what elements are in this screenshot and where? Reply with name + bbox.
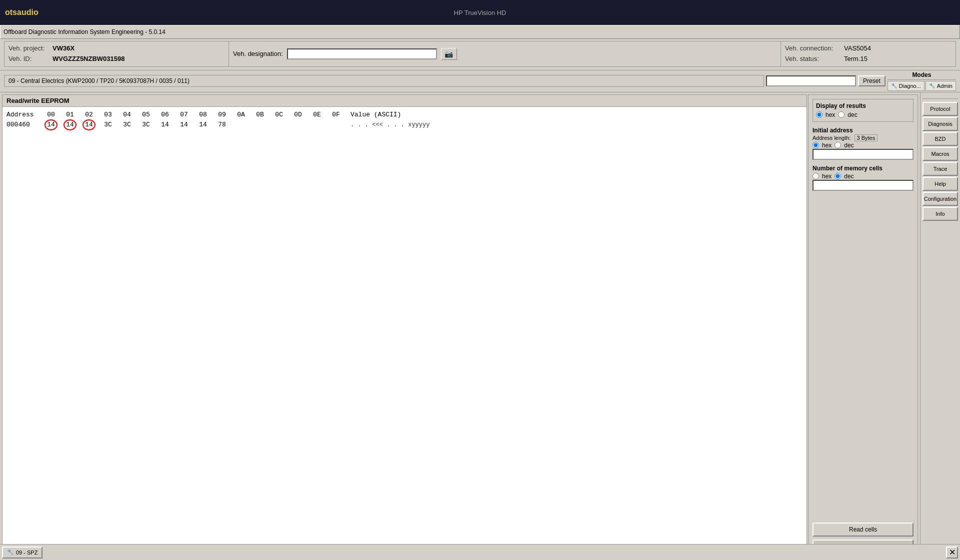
address-hex-radio[interactable]: [812, 142, 819, 148]
col-0E: 0E: [308, 111, 326, 118]
app-container: Offboard Diagnostic Information System E…: [0, 25, 960, 560]
sidebar-info-btn[interactable]: Info: [922, 207, 958, 221]
eeprom-table: Address 00 01 02 03 04 05 06 07 08 09 0A…: [2, 107, 806, 134]
col-0B: 0B: [250, 111, 270, 118]
vehicle-left-info: Veh. project: VW36X Veh. ID: WVGZZZ5NZBW…: [4, 41, 229, 67]
close-btn[interactable]: ✕: [946, 547, 958, 559]
read-cells-button[interactable]: Read cells: [812, 523, 914, 537]
col-05: 05: [136, 111, 156, 118]
memory-cells-group: Number of memory cells hex dec 10: [812, 163, 914, 191]
admin-button[interactable]: 🔧 Admin: [926, 81, 956, 91]
col-06: 06: [156, 111, 174, 118]
cells-hex-label: hex: [822, 173, 832, 180]
memory-cells-input[interactable]: 10: [812, 180, 914, 191]
status-value: Term.15: [844, 54, 868, 64]
diagnose-label: Diagno...: [899, 83, 921, 89]
display-hex-row: hex dec: [816, 111, 910, 118]
col-0D: 0D: [288, 111, 308, 118]
address-hex-label: hex: [822, 142, 832, 149]
sidebar-help-btn[interactable]: Help: [922, 177, 958, 191]
col-04: 04: [118, 111, 136, 118]
ascii-value: . . . <<< . . . xyyyyy: [350, 121, 430, 128]
address-length-value: 3 Bytes: [854, 134, 878, 141]
eeprom-header-row: Address 00 01 02 03 04 05 06 07 08 09 0A…: [6, 111, 802, 118]
diagnose-button[interactable]: 🔧 Diagno...: [888, 81, 924, 91]
status-label: Veh. status:: [785, 54, 840, 64]
panel-title: Read/write EEPROM: [2, 95, 806, 107]
display-dec-label: dec: [848, 111, 857, 118]
initial-address-group: Initial address Address length: 3 Bytes …: [812, 125, 914, 160]
col-address: Address: [6, 111, 42, 118]
address-length-label: Address length: 3 Bytes: [812, 135, 914, 141]
modes-title: Modes: [888, 71, 956, 80]
modes-sidebar: Protocol Diagnosis BZD Macros Trace Help…: [920, 92, 960, 560]
modes-area: Modes 🔧 Diagno... 🔧 Admin: [888, 71, 956, 91]
taskbar-spz-item[interactable]: 🔧 09 - SPZ: [2, 547, 42, 559]
row-address: 000460: [6, 121, 42, 128]
display-hex-label: hex: [826, 111, 835, 118]
col-ascii: Value (ASCII): [350, 111, 401, 118]
byte-08[interactable]: 14: [194, 121, 212, 128]
preset-button[interactable]: Preset: [858, 75, 886, 86]
display-hex-radio[interactable]: [816, 111, 822, 118]
sidebar-protocol-btn[interactable]: Protocol: [922, 102, 958, 116]
byte-04[interactable]: 3C: [118, 121, 136, 128]
memory-cells-title: Number of memory cells: [812, 165, 914, 172]
monitor-label: HP TrueVision HD: [454, 9, 506, 16]
display-dec-radio[interactable]: [838, 111, 844, 118]
byte-03[interactable]: 3C: [98, 121, 118, 128]
designation-icon-btn[interactable]: 📷: [441, 48, 457, 60]
content-area: Read/write EEPROM Address 00 01 02 03 04…: [0, 92, 960, 560]
bottom-taskbar: 🔧 09 - SPZ ✕: [0, 544, 960, 560]
right-panel: Display of results hex dec Initial addre…: [808, 94, 918, 558]
sidebar-macros-btn[interactable]: Macros: [922, 147, 958, 161]
col-03: 03: [98, 111, 118, 118]
module-info: 09 - Central Electrics (KWP2000 / TP20 /…: [4, 75, 764, 87]
project-value: VW36X: [52, 43, 74, 54]
preset-input[interactable]: [766, 75, 856, 86]
top-bar: otsaudio HP TrueVision HD: [0, 0, 960, 25]
preset-area: Preset: [766, 75, 886, 86]
window-titlebar: Offboard Diagnostic Information System E…: [0, 25, 960, 39]
designation-input[interactable]: [287, 48, 437, 59]
sidebar-configuration-btn[interactable]: Configuration: [922, 192, 958, 206]
col-0F: 0F: [326, 111, 346, 118]
cells-format-row: hex dec: [812, 173, 914, 180]
id-label: Veh. ID:: [8, 54, 48, 64]
byte-02[interactable]: 14: [80, 119, 98, 130]
module-text: 09 - Central Electrics (KWP2000 / TP20 /…: [8, 77, 190, 84]
col-07: 07: [174, 111, 194, 118]
initial-address-title: Initial address: [812, 127, 914, 134]
vehicle-info-row: Veh. project: VW36X Veh. ID: WVGZZZ5NZBW…: [4, 41, 956, 67]
designation-label: Veh. designation:: [233, 50, 283, 57]
byte-01[interactable]: 14: [60, 119, 80, 130]
vehicle-connection: Veh. connection: VAS5054 Veh. status: Te…: [781, 41, 956, 67]
byte-05[interactable]: 3C: [136, 121, 156, 128]
display-results-section: Display of results hex dec: [812, 99, 914, 122]
address-dec-radio[interactable]: [834, 142, 841, 148]
sidebar-diagnosis-btn[interactable]: Diagnosis: [922, 117, 958, 131]
byte-06[interactable]: 14: [156, 121, 174, 128]
vehicle-designation: Veh. designation: 📷: [229, 41, 781, 67]
sidebar-trace-btn[interactable]: Trace: [922, 162, 958, 176]
byte-09[interactable]: 78: [212, 121, 232, 128]
col-02: 02: [80, 111, 98, 118]
byte-07[interactable]: 14: [174, 121, 194, 128]
taskbar-right: ✕: [946, 547, 958, 559]
byte-00[interactable]: 14: [42, 119, 60, 130]
col-09: 09: [212, 111, 232, 118]
cells-dec-radio[interactable]: [834, 173, 841, 179]
connection-value: VAS5054: [844, 43, 871, 54]
eeprom-row-000460: 000460 14 14 14 3C 3C 3C 14 14 14 78: [6, 119, 802, 130]
connection-label: Veh. connection:: [785, 43, 840, 54]
admin-label: Admin: [937, 83, 952, 89]
sidebar-bzd-btn[interactable]: BZD: [922, 132, 958, 146]
main-panel: Read/write EEPROM Address 00 01 02 03 04…: [2, 94, 807, 558]
modes-buttons: 🔧 Diagno... 🔧 Admin: [888, 81, 956, 91]
sidebar-modes-title: [922, 94, 958, 99]
taskbar-item-label: 09 - SPZ: [16, 550, 38, 556]
cells-hex-radio[interactable]: [812, 173, 819, 179]
col-01: 01: [60, 111, 80, 118]
col-0C: 0C: [270, 111, 288, 118]
initial-address-input[interactable]: 460: [812, 149, 914, 160]
